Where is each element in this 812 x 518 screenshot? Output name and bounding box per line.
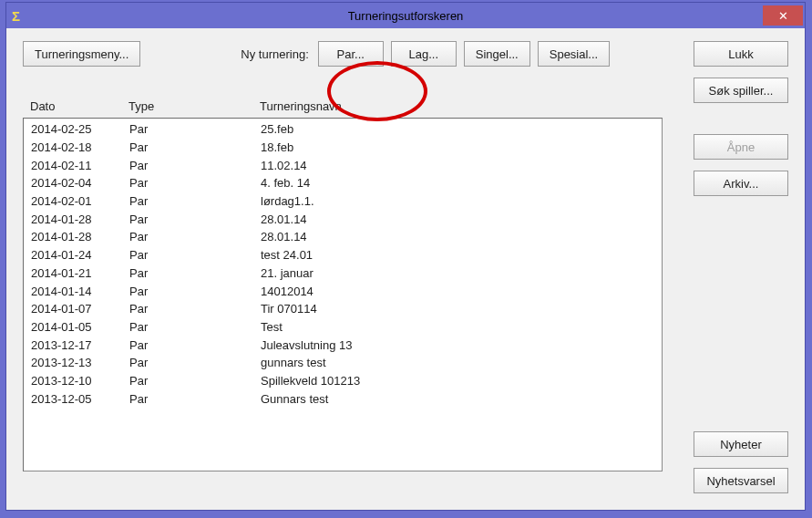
cell-navn: test 24.01 <box>261 248 662 262</box>
cell-navn: 25.feb <box>261 122 662 136</box>
cell-type: Par <box>129 194 261 208</box>
list-item[interactable]: 2014-01-21Par21. januar <box>24 264 662 283</box>
app-icon: Σ <box>12 8 20 24</box>
cell-type: Par <box>129 140 261 154</box>
side-column: Lukk Søk spiller... Åpne Arkiv... <box>694 41 788 196</box>
spesial-button[interactable]: Spesial... <box>538 41 610 67</box>
apne-button[interactable]: Åpne <box>694 134 788 160</box>
par-button[interactable]: Par... <box>318 41 384 67</box>
cell-navn: 28.01.14 <box>261 230 662 243</box>
close-icon: ✕ <box>778 9 788 23</box>
cell-navn: Test <box>261 320 662 334</box>
cell-type: Par <box>129 392 261 406</box>
cell-type: Par <box>129 230 261 243</box>
header-navn: Turneringsnavn <box>260 99 668 113</box>
sok-spiller-button[interactable]: Søk spiller... <box>694 78 788 103</box>
lag-button[interactable]: Lag... <box>391 41 457 67</box>
header-dato: Dato <box>30 99 128 113</box>
cell-navn: 4. feb. 14 <box>261 176 662 190</box>
cell-type: Par <box>129 285 261 298</box>
header-type: Type <box>128 99 260 113</box>
client-area: Turneringsmeny... Ny turnering: Par... L… <box>6 28 805 510</box>
cell-type: Par <box>129 176 261 190</box>
cell-navn: gunnars test <box>261 356 662 369</box>
list-item[interactable]: 2014-01-28Par28.01.14 <box>24 228 662 246</box>
cell-dato: 2014-01-28 <box>31 212 129 226</box>
window-title: Turneringsutforskeren <box>6 9 805 23</box>
cell-navn: lørdag1.1. <box>261 194 662 208</box>
list-item[interactable]: 2014-01-24Partest 24.01 <box>24 246 662 264</box>
nyheter-button[interactable]: Nyheter <box>694 431 788 457</box>
cell-navn: 18.feb <box>261 140 662 154</box>
close-button[interactable]: ✕ <box>763 5 803 26</box>
cell-dato: 2014-01-05 <box>31 320 129 334</box>
list-item[interactable]: 2014-02-25Par25.feb <box>24 120 662 139</box>
list-item[interactable]: 2014-01-05ParTest <box>24 318 662 337</box>
cell-dato: 2014-01-21 <box>31 266 129 280</box>
cell-dato: 2013-12-10 <box>31 374 129 388</box>
cell-dato: 2014-02-11 <box>31 159 129 172</box>
cell-dato: 2013-12-17 <box>31 338 129 352</box>
cell-navn: 14012014 <box>261 285 662 298</box>
arkiv-button[interactable]: Arkiv... <box>694 171 788 196</box>
cell-dato: 2013-12-13 <box>31 356 129 369</box>
cell-dato: 2013-12-05 <box>31 392 129 406</box>
list-item[interactable]: 2013-12-17ParJuleavslutning 13 <box>24 336 662 354</box>
cell-navn: Spillekveld 101213 <box>261 374 662 388</box>
cell-type: Par <box>129 159 261 172</box>
singel-button[interactable]: Singel... <box>464 41 530 67</box>
cell-type: Par <box>129 356 261 369</box>
cell-type: Par <box>129 212 261 226</box>
list-item[interactable]: 2014-01-07ParTir 070114 <box>24 300 662 318</box>
cell-type: Par <box>129 266 261 280</box>
titlebar: Σ Turneringsutforskeren ✕ <box>6 3 805 28</box>
cell-type: Par <box>129 338 261 352</box>
cell-type: Par <box>129 248 261 262</box>
tournament-list[interactable]: 2014-02-25Par25.feb2014-02-18Par18.feb20… <box>23 118 663 471</box>
list-item[interactable]: 2014-02-11Par11.02.14 <box>24 156 662 174</box>
top-toolbar: Turneringsmeny... Ny turnering: Par... L… <box>23 41 788 67</box>
cell-type: Par <box>129 320 261 334</box>
nyhetsvarsel-button[interactable]: Nyhetsvarsel <box>694 468 788 493</box>
cell-type: Par <box>129 122 261 136</box>
turneringsmeny-button[interactable]: Turneringsmeny... <box>23 41 140 67</box>
spacer <box>694 114 788 123</box>
cell-dato: 2014-02-04 <box>31 176 129 190</box>
list-item[interactable]: 2014-02-18Par18.feb <box>24 139 662 157</box>
cell-navn: 28.01.14 <box>261 212 662 226</box>
side-bottom-column: Nyheter Nyhetsvarsel <box>694 431 788 493</box>
list-item[interactable]: 2014-01-14Par14012014 <box>24 282 662 300</box>
list-item[interactable]: 2014-02-04Par4. feb. 14 <box>24 174 662 192</box>
cell-navn: Juleavslutning 13 <box>261 338 662 352</box>
list-item[interactable]: 2014-01-28Par28.01.14 <box>24 210 662 228</box>
list-header: Dato Type Turneringsnavn <box>30 99 668 113</box>
cell-dato: 2014-02-25 <box>31 122 129 136</box>
cell-navn: 11.02.14 <box>261 159 662 172</box>
lukk-button[interactable]: Lukk <box>694 41 788 67</box>
cell-dato: 2014-01-14 <box>31 285 129 298</box>
list-item[interactable]: 2013-12-10ParSpillekveld 101213 <box>24 372 662 390</box>
list-item[interactable]: 2013-12-05ParGunnars test <box>24 389 662 408</box>
app-window: Σ Turneringsutforskeren ✕ Turneringsmeny… <box>5 2 806 511</box>
cell-dato: 2014-01-07 <box>31 302 129 316</box>
cell-navn: 21. januar <box>261 266 662 280</box>
cell-type: Par <box>129 302 261 316</box>
cell-dato: 2014-01-28 <box>31 230 129 243</box>
cell-type: Par <box>129 374 261 388</box>
list-item[interactable]: 2013-12-13Pargunnars test <box>24 354 662 372</box>
cell-dato: 2014-01-24 <box>31 248 129 262</box>
new-tournament-label: Ny turnering: <box>241 47 308 61</box>
cell-dato: 2014-02-18 <box>31 140 129 154</box>
cell-navn: Tir 070114 <box>261 302 662 316</box>
list-item[interactable]: 2014-02-01Parlørdag1.1. <box>24 192 662 211</box>
cell-dato: 2014-02-01 <box>31 194 129 208</box>
cell-navn: Gunnars test <box>261 392 662 406</box>
